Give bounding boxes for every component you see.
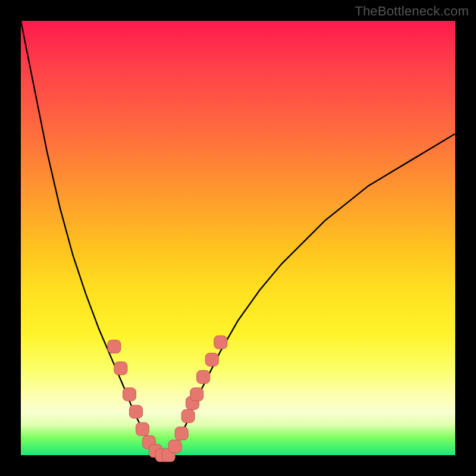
curve-marker: [130, 405, 143, 418]
curve-marker: [181, 409, 195, 422]
curve-marker: [190, 388, 203, 401]
curve-marker: [114, 362, 127, 375]
curve-marker: [136, 422, 149, 436]
curve-marker: [205, 353, 218, 366]
curve-markers: [108, 336, 227, 462]
curve-marker: [197, 371, 210, 384]
curve-marker: [108, 340, 121, 353]
chart-frame: TheBottleneck.com: [0, 0, 476, 476]
curve-svg: [21, 21, 455, 455]
bottleneck-curve: [21, 21, 455, 455]
curve-marker: [168, 440, 181, 453]
plot-area: [21, 21, 455, 455]
curve-marker: [175, 427, 188, 440]
curve-marker: [214, 336, 227, 349]
curve-marker: [123, 388, 136, 401]
watermark-text: TheBottleneck.com: [355, 4, 469, 19]
